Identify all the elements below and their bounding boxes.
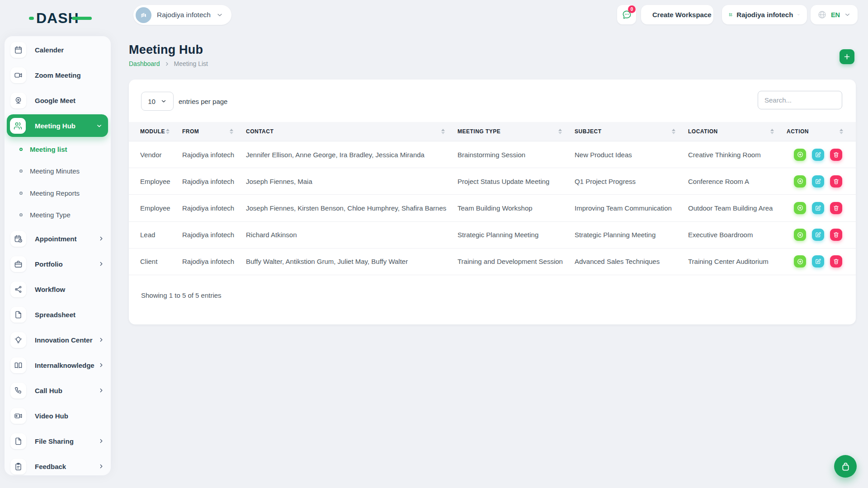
column-header-contact[interactable]: CONTACT [246,122,458,141]
action-delete-button[interactable] [830,175,842,188]
sidebar-item-internalknowledge[interactable]: Internalknowledge [5,352,111,378]
entries-per-page-select[interactable]: 10 [141,92,174,111]
sort-icon [166,129,170,134]
submenu-item-meeting-type[interactable]: Meeting Type [5,204,111,226]
column-header-subject[interactable]: SUBJECT [575,122,688,141]
submenu-item-label: Meeting Type [30,211,71,219]
company-menu-button[interactable]: Rajodiya infotech [722,5,807,24]
building-icon [139,10,148,20]
sidebar-item-appointment[interactable]: Appointment [5,226,111,251]
column-header-from[interactable]: FROM [182,122,246,141]
cell-location: Outdoor Team Building Area [688,204,787,212]
sidebar-item-workflow[interactable]: Workflow [5,277,111,302]
sidebar-item-calender[interactable]: Calender [5,37,111,62]
action-delete-button[interactable] [830,229,842,241]
cell-location: Creative Thinking Room [688,151,787,159]
action-add-button[interactable] [794,255,806,267]
cell-from: Rajodiya infotech [182,231,246,239]
add-meeting-button[interactable] [840,49,854,64]
sidebar-item-label: Workflow [35,286,65,293]
column-header-location[interactable]: LOCATION [688,122,787,141]
action-delete-button[interactable] [830,202,842,214]
edit-pencil-icon [815,205,821,211]
cell-meeting-type: Strategic Planning Meeting [458,231,575,239]
create-workspace-button[interactable]: Create Workspace [641,5,713,24]
sort-icon [441,129,445,134]
workspace-avatar [136,7,151,23]
chevron-right-icon [164,61,170,67]
cell-contact: Jennifer Ellison, Anne George, Ira Bradl… [246,151,458,159]
sidebar-item-label: Spreadsheet [35,311,75,319]
cell-from: Rajodiya infotech [182,178,246,185]
submenu-item-meeting-minutes[interactable]: Meeting Minutes [5,160,111,183]
action-delete-button[interactable] [830,149,842,161]
column-header-action[interactable]: ACTION [787,122,856,141]
bullet-icon [19,213,23,216]
trash-icon [833,178,840,185]
submenu-item-meeting-list[interactable]: Meeting list [5,138,111,160]
plus-circle-icon [797,231,804,239]
action-add-button[interactable] [794,229,806,241]
edit-pencil-icon [815,258,821,265]
video-camera-icon [10,67,26,83]
action-edit-button[interactable] [812,175,824,188]
sidebar-item-google-meet[interactable]: Google Meet [5,88,111,113]
cell-subject: Advanced Sales Techniques [575,258,688,265]
cell-subject: Q1 Project Progress [575,178,688,185]
meeting-hub-submenu: Meeting list Meeting Minutes Meeting Rep… [5,138,111,226]
action-edit-button[interactable] [812,229,824,241]
language-menu-button[interactable]: EN [811,5,858,24]
action-edit-button[interactable] [812,255,824,267]
table-row: Employee Rajodiya infotech Joseph Fienne… [129,195,856,221]
search-input[interactable] [758,91,842,109]
sidebar-item-meeting-hub[interactable]: Meeting Hub [7,114,108,137]
action-edit-button[interactable] [812,149,824,161]
book-open-icon [10,357,26,373]
sidebar-item-label: Video Hub [35,412,68,420]
cell-meeting-type: Brainstorming Session [458,151,575,159]
chevron-down-icon [844,11,851,18]
sidebar-item-call-hub[interactable]: Call Hub [5,378,111,403]
app-logo[interactable]: DASH [29,9,92,27]
plus-circle-icon [797,204,804,211]
cell-subject: Strategic Planning Meeting [575,231,688,239]
table-summary: Showing 1 to 5 of 5 entries [141,291,222,299]
action-add-button[interactable] [794,175,806,188]
cell-contact: Joseph Fiennes, Maia [246,178,458,185]
shop-fab-button[interactable] [834,455,857,478]
sidebar-item-label: Internalknowledge [35,361,94,369]
action-delete-button[interactable] [830,255,842,267]
sidebar-item-label: Zoom Meeting [35,71,81,79]
action-add-button[interactable] [794,149,806,161]
trash-icon [833,151,840,158]
sidebar-item-innovation-center[interactable]: Innovation Center [5,327,111,352]
sidebar-item-feedback[interactable]: Feedback [5,454,111,475]
company-menu-label: Rajodiya infotech [736,11,793,19]
action-add-button[interactable] [794,202,806,214]
sidebar-item-spreadsheet[interactable]: Spreadsheet [5,302,111,327]
column-header-meeting-type[interactable]: MEETING TYPE [458,122,575,141]
cell-actions [787,175,856,188]
workspace-selector[interactable]: Rajodiya infotech [133,5,231,25]
trash-icon [833,205,840,211]
create-workspace-label: Create Workspace [652,11,712,19]
edit-pencil-icon [815,231,821,238]
edit-pencil-icon [815,151,821,158]
sidebar-item-label: Feedback [35,463,66,470]
grid-plus-icon [729,10,732,19]
sidebar-item-file-sharing[interactable]: File Sharing [5,428,111,454]
sidebar-item-label: Call Hub [35,387,62,394]
workspace-name: Rajodiya infotech [157,11,211,19]
sidebar-item-video-hub[interactable]: Video Hub [5,403,111,428]
breadcrumb-dashboard-link[interactable]: Dashboard [129,60,160,67]
table-row: Client Rajodiya infotech Buffy Walter, A… [129,249,856,275]
column-header-module[interactable]: MODULE [140,122,182,141]
chevron-right-icon [98,362,104,368]
cell-actions [787,255,856,267]
submenu-item-meeting-reports[interactable]: Meeting Reports [5,182,111,204]
sidebar-item-zoom-meeting[interactable]: Zoom Meeting [5,62,111,88]
action-edit-button[interactable] [812,202,824,214]
sidebar-item-portfolio[interactable]: Portfolio [5,251,111,277]
messages-button[interactable]: 0 [617,5,636,24]
sort-icon [558,129,562,134]
